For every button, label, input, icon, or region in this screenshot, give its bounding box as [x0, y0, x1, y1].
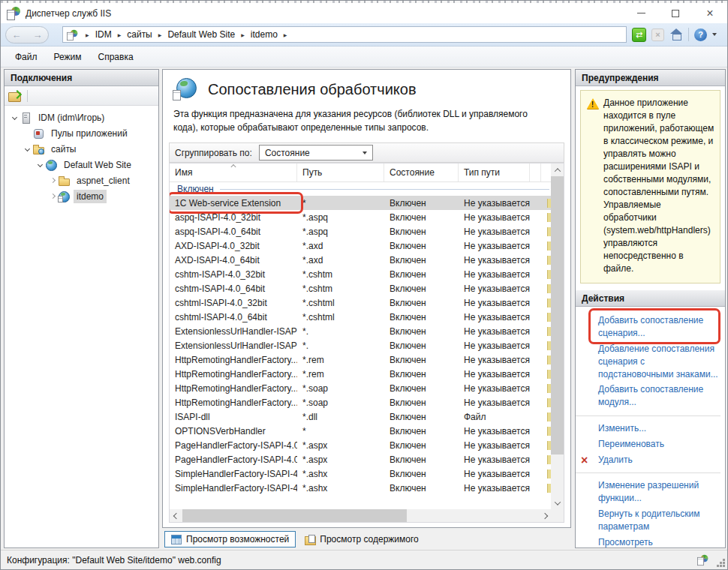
action-link[interactable]: Изменить... [576, 421, 720, 436]
tree-item-label: сайты [48, 142, 80, 156]
cell-3: Не указывается [459, 269, 530, 280]
chevron-expanded-icon[interactable] [11, 115, 17, 120]
tree-item[interactable]: IDM (idm\Игорь) [5, 110, 158, 125]
column-header-1[interactable]: Путь [297, 164, 384, 182]
breadcrumb-item[interactable]: itdemo [250, 28, 278, 40]
action-link[interactable]: Добавление сопоставления сценария с подс… [576, 341, 720, 382]
cell-0: aspq-ISAPI-4.0_64bit [170, 226, 297, 237]
cell-1: * [297, 198, 384, 208]
table-row[interactable]: aspq-ISAPI-4.0_64bit*.aspqВключенНе указ… [170, 224, 551, 238]
tree-item[interactable]: aspnet_client [5, 172, 158, 188]
separator [27, 90, 28, 102]
breadcrumb-item[interactable]: IDM [95, 28, 113, 40]
tree-item[interactable]: Пулы приложений [5, 125, 158, 141]
clipped-column [530, 338, 551, 352]
chevron-expanded-icon[interactable] [24, 146, 29, 152]
tab-content-view[interactable]: Просмотр содержимого [299, 532, 424, 547]
action-link[interactable]: Изменение разрешений функции... [576, 478, 720, 506]
action-link[interactable]: Добавить сопоставление сценария... [576, 313, 720, 341]
scroll-up-button[interactable] [551, 164, 564, 176]
breadcrumb-item[interactable]: Default Web Site [167, 28, 236, 40]
table-row[interactable]: HttpRemotingHandlerFactory...*.soapВключ… [170, 381, 551, 395]
minimize-button[interactable] [624, 3, 658, 23]
clipped-column [530, 367, 551, 381]
chevron-collapsed-icon[interactable] [50, 194, 55, 199]
tree-item[interactable]: itdemo [5, 188, 158, 204]
chevron-collapsed-icon[interactable] [50, 178, 55, 183]
horizontal-scroll-track[interactable] [182, 509, 538, 522]
table-row[interactable]: HttpRemotingHandlerFactory...*.remВключе… [170, 367, 551, 381]
help-icon[interactable]: ? [694, 28, 707, 41]
action-link[interactable]: Просмотреть отсортированный список... [576, 535, 720, 548]
site-icon [45, 159, 58, 171]
cell-0: HttpRemotingHandlerFactory... [170, 355, 297, 365]
table-row[interactable]: AXD-ISAPI-4.0_64bit*.axdВключенНе указыв… [170, 253, 551, 267]
table-row[interactable]: ExtensionlessUrlHandler-ISAPI...*.Включе… [170, 324, 551, 338]
table-row[interactable]: SimpleHandlerFactory-ISAPI-4...*.ashxВкл… [170, 466, 551, 481]
table-row[interactable]: aspq-ISAPI-4.0_32bit*.aspqВключенНе указ… [170, 210, 551, 224]
table-row[interactable]: AXD-ISAPI-4.0_32bit*.axdВключенНе указыв… [170, 238, 551, 253]
vertical-scroll-track[interactable] [551, 176, 564, 496]
table-row[interactable]: ExtensionlessUrlHandler-ISAPI...*.Включе… [170, 338, 551, 352]
back-button[interactable]: ← [12, 29, 22, 40]
chevron-expanded-icon[interactable] [37, 162, 42, 167]
menu-item-2[interactable]: Справка [90, 50, 142, 64]
tab-features-view[interactable]: Просмотр возможностей [164, 531, 296, 548]
menu-item-0[interactable]: Файл [7, 50, 46, 64]
maximize-button[interactable] [658, 3, 693, 23]
forward-button[interactable]: → [33, 29, 43, 40]
vertical-scroll-thumb[interactable] [551, 176, 564, 454]
vertical-scrollbar[interactable] [551, 164, 564, 509]
table-row[interactable]: cshtm-ISAPI-4.0_64bit*.cshtmВключенНе ук… [170, 281, 551, 296]
close-button[interactable]: × [693, 3, 727, 23]
table-row[interactable]: cshtml-ISAPI-4.0_32bit*.cshtmlВключенНе … [170, 296, 551, 310]
column-header-extra [530, 164, 541, 182]
table-row[interactable]: HttpRemotingHandlerFactory...*.remВключе… [170, 352, 551, 367]
cell-2: Включен [384, 226, 459, 237]
mini-doc-icon [58, 196, 63, 202]
table-row[interactable]: PageHandlerFactory-ISAPI-4.0...*.aspxВкл… [170, 438, 551, 452]
table-row[interactable]: HttpRemotingHandlerFactory...*.soapВключ… [170, 395, 551, 410]
resize-grip-icon[interactable] [723, 565, 725, 567]
cell-3: Не указывается [459, 355, 530, 365]
action-link[interactable]: Добавить сопоставление модуля... [576, 382, 720, 410]
breadcrumb-item[interactable]: сайты [126, 28, 153, 40]
tree-item[interactable]: сайты [5, 141, 158, 157]
table-row[interactable]: OPTIONSVerbHandler*ВключенНе указывается [170, 424, 551, 438]
cell-1: *.cshtm [297, 284, 384, 294]
menu-item-1[interactable]: Режим [46, 50, 90, 64]
grid-icon [171, 535, 182, 544]
action-link[interactable]: Переименовать [576, 436, 720, 452]
column-header-2[interactable]: Состояние [384, 164, 459, 182]
table-row[interactable]: cshtm-ISAPI-4.0_32bit*.cshtmВключенНе ук… [170, 267, 551, 281]
save-connection-icon[interactable] [8, 90, 22, 101]
tree-item-label: Default Web Site [61, 158, 134, 172]
column-header-3[interactable]: Тип пути [459, 164, 530, 182]
scroll-down-button[interactable] [551, 496, 564, 509]
iis-manager-window: Диспетчер служб IIS × ← → ▶IDM▶сайты▶Def… [0, 0, 728, 570]
cell-0: aspq-ISAPI-4.0_32bit [170, 212, 297, 223]
group-by-dropdown[interactable]: Состояние [259, 145, 373, 160]
cell-3: Не указывается [459, 212, 530, 223]
tree-item[interactable]: Default Web Site [5, 157, 158, 172]
table-row[interactable]: cshtml-ISAPI-4.0_64bit*.cshtmlВключенНе … [170, 310, 551, 324]
column-header-0[interactable]: Имя [170, 164, 297, 182]
document-icon [173, 90, 181, 100]
site-icon [67, 29, 77, 40]
action-link[interactable]: ×Удалить [576, 452, 720, 468]
cell-0: AXD-ISAPI-4.0_64bit [170, 255, 297, 266]
warning-box: Данное приложение находится в пуле прило… [580, 90, 720, 284]
home-icon[interactable] [669, 28, 683, 40]
cell-2: Включен [384, 312, 459, 322]
horizontal-scroll-thumb[interactable] [182, 509, 407, 522]
action-link[interactable]: Вернуть к родительским параметрам [576, 506, 720, 535]
table-row[interactable]: 1C Web-service Extension*ВключенНе указы… [170, 196, 551, 210]
refresh-icon[interactable]: ⇄ [632, 28, 646, 42]
table-row[interactable]: ISAPI-dll*.dllВключенФайл [170, 410, 551, 424]
table-row[interactable]: PageHandlerFactory-ISAPI-4.0...*.aspxВкл… [170, 452, 551, 466]
table-row[interactable]: SimpleHandlerFactory-ISAPI-4...*.ashxВкл… [170, 481, 551, 495]
horizontal-scrollbar[interactable] [170, 509, 551, 522]
chevron-down-icon[interactable] [712, 33, 717, 36]
scroll-right-button[interactable] [538, 514, 551, 518]
scroll-left-button[interactable] [170, 514, 182, 518]
